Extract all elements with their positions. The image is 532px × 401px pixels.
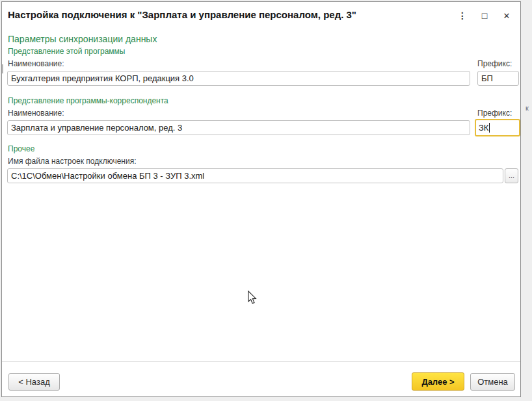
prefix-input-correspondent-value: ЗК bbox=[479, 123, 488, 133]
text-caret bbox=[489, 123, 490, 133]
section-heading-other: Прочее bbox=[8, 144, 34, 153]
background-text-fragment: к bbox=[525, 104, 529, 112]
prefix-label-this-app: Префикс: bbox=[477, 59, 512, 68]
window-title: Настройка подключения к "Зарплата и упра… bbox=[8, 9, 356, 20]
file-name-label: Имя файла настроек подключения: bbox=[8, 157, 137, 166]
back-button[interactable]: < Назад bbox=[8, 373, 60, 391]
next-button[interactable]: Далее > bbox=[412, 372, 464, 391]
window-controls: ⋮ □ ✕ bbox=[457, 10, 512, 21]
section-heading-correspondent: Представление программы-корреспондента bbox=[8, 96, 168, 105]
page-title: Параметры синхронизации данных bbox=[8, 34, 157, 44]
cancel-button[interactable]: Отмена bbox=[470, 373, 515, 391]
connection-setup-dialog: Настройка подключения к "Зарплата и упра… bbox=[1, 1, 521, 397]
left-edge-artifact bbox=[2, 64, 3, 73]
browse-button[interactable]: ... bbox=[505, 168, 518, 183]
maximize-icon[interactable]: □ bbox=[479, 10, 490, 21]
prefix-input-correspondent[interactable]: ЗК bbox=[475, 119, 520, 136]
name-input-correspondent[interactable] bbox=[7, 120, 470, 135]
name-label-correspondent: Наименование: bbox=[8, 109, 64, 118]
section-heading-this-app: Представление этой программы bbox=[8, 47, 126, 56]
prefix-label-correspondent: Префикс: bbox=[477, 109, 512, 118]
name-label-this-app: Наименование: bbox=[8, 59, 64, 68]
file-path-input[interactable] bbox=[7, 168, 503, 183]
name-input-this-app[interactable] bbox=[7, 71, 470, 86]
prefix-input-this-app[interactable] bbox=[477, 71, 519, 86]
more-menu-icon[interactable]: ⋮ bbox=[457, 10, 468, 21]
mouse-cursor-icon bbox=[248, 291, 258, 305]
footer-separator bbox=[2, 361, 520, 362]
close-icon[interactable]: ✕ bbox=[501, 10, 512, 21]
